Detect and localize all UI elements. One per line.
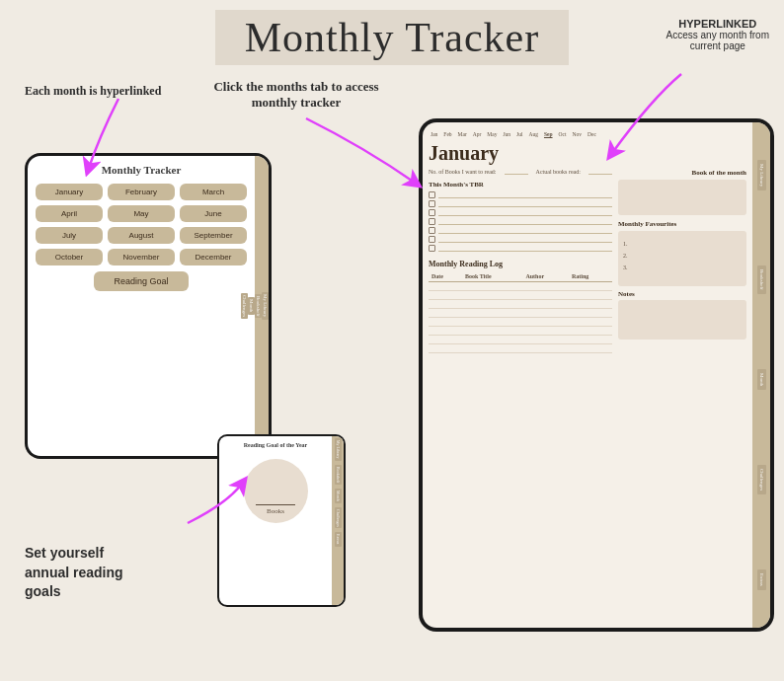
small-circle: Books: [244, 459, 308, 523]
right-sidebar-extras[interactable]: Extras: [757, 569, 766, 590]
right-sidebar-challenges[interactable]: Challenges: [757, 465, 766, 494]
book-of-month-label: Book of the month: [618, 169, 746, 177]
fav-item-3: 3.: [623, 265, 742, 270]
month-btn-october[interactable]: October: [36, 249, 103, 265]
month-btn-march[interactable]: March: [180, 184, 247, 200]
left-tablet: Monthly Tracker January February March A…: [25, 153, 272, 459]
annotation-click-months: Click the months tab to access monthly t…: [197, 79, 395, 111]
sidebar-tab-bookshelf[interactable]: Bookshelf: [255, 294, 262, 319]
tab-aug[interactable]: Aug: [526, 130, 539, 138]
tab-oct[interactable]: Oct: [557, 130, 569, 138]
notes-title: Notes: [618, 290, 746, 298]
right-sidebar-month[interactable]: Month: [757, 369, 766, 390]
tab-apr[interactable]: Apr: [471, 130, 484, 138]
month-btn-january[interactable]: January: [36, 184, 103, 200]
small-sidebar-challenges[interactable]: Challenges: [335, 507, 342, 529]
fav-item-2: 2.: [623, 253, 742, 259]
right-sidebar-bookshelf[interactable]: Bookshelf: [757, 265, 766, 294]
right-tablet-month-title: January: [429, 142, 746, 165]
tbr-checkbox[interactable]: [429, 200, 435, 207]
reading-log-section: Monthly Reading Log Date Book Title Auth…: [429, 260, 612, 353]
log-row: [429, 336, 612, 344]
tbr-row: [429, 191, 612, 198]
right-sidebar-mylibrary[interactable]: My Library: [757, 160, 766, 190]
small-tablet-title: Reading Goal of the Year: [244, 442, 307, 448]
annotation-reading-goals: Set yourself annual reading goals: [25, 544, 123, 602]
small-sidebar-mylibrary[interactable]: My Library: [335, 438, 342, 461]
small-circle-label: Books: [256, 507, 295, 515]
notes-box: [618, 300, 746, 340]
small-sidebar-extras[interactable]: Extras: [335, 532, 342, 546]
log-row: [429, 344, 612, 353]
tbr-row: [429, 245, 612, 252]
tbr-row: [429, 218, 612, 225]
tab-feb[interactable]: Feb: [441, 130, 453, 138]
tab-sep[interactable]: Sep: [542, 130, 555, 138]
log-row: [429, 318, 612, 327]
month-btn-august[interactable]: August: [108, 227, 175, 244]
tbr-checkbox[interactable]: [429, 209, 435, 216]
sidebar-tab-mylibrary[interactable]: My Library: [262, 292, 269, 319]
log-row: [429, 291, 612, 300]
tbr-checkbox[interactable]: [429, 236, 435, 243]
month-tabs-row: Jan Feb Mar Apr May Jun Jul Aug Sep Oct …: [429, 130, 746, 138]
tbr-title: This Month's TBR: [429, 181, 612, 189]
tbr-checkbox[interactable]: [429, 191, 435, 198]
tab-may[interactable]: May: [485, 130, 499, 138]
sidebar-tab-month[interactable]: Month: [248, 297, 255, 314]
tbr-checkbox[interactable]: [429, 227, 435, 234]
month-btn-november[interactable]: November: [108, 249, 175, 265]
tab-dec[interactable]: Dec: [586, 130, 598, 138]
log-header-author: Author: [522, 271, 569, 282]
left-tablet-sidebar: My Library Bookshelf Month Challenges: [255, 156, 269, 456]
small-sidebar-month[interactable]: Month: [335, 489, 342, 503]
left-tablet-title: Monthly Tracker: [36, 164, 247, 176]
log-header-date: Date: [429, 271, 462, 282]
log-header-title: Book Title: [462, 271, 523, 282]
tbr-row: [429, 227, 612, 234]
monthly-favs-title: Monthly Favourites: [618, 220, 746, 228]
tab-jul[interactable]: Jul: [514, 130, 524, 138]
tab-jan[interactable]: Jan: [429, 130, 439, 138]
month-grid: January February March April May June Ju…: [36, 184, 247, 265]
small-tablet: Reading Goal of the Year Books My Librar…: [217, 434, 346, 607]
log-row: [429, 282, 612, 291]
small-tablet-sidebar: My Library Bookshelf Month Challenges Ex…: [332, 436, 344, 605]
month-btn-september[interactable]: September: [180, 227, 247, 244]
monthly-favs-box: 1. 2. 3.: [618, 231, 746, 286]
log-row: [429, 309, 612, 318]
log-row: [429, 327, 612, 336]
month-btn-may[interactable]: May: [108, 205, 175, 222]
tab-jun[interactable]: Jun: [501, 130, 512, 138]
reading-goal-button[interactable]: Reading Goal: [94, 271, 188, 291]
sidebar-tab-challenges[interactable]: Challenges: [241, 293, 248, 319]
log-header-rating: Rating: [569, 271, 612, 282]
stat-want-to-read: No. of Books I want to read:: [429, 169, 497, 175]
month-btn-july[interactable]: July: [36, 227, 103, 244]
fav-item-1: 1.: [623, 241, 742, 247]
tbr-checkbox[interactable]: [429, 245, 435, 252]
small-sidebar-bookshelf[interactable]: Bookshelf: [335, 465, 342, 485]
tbr-row: [429, 209, 612, 216]
month-btn-june[interactable]: June: [180, 205, 247, 222]
right-tablet: Jan Feb Mar Apr May Jun Jul Aug Sep Oct …: [419, 118, 774, 632]
stat-actual-read: Actual books read:: [536, 169, 581, 175]
month-btn-april[interactable]: April: [36, 205, 103, 222]
month-btn-february[interactable]: February: [108, 184, 175, 200]
log-row: [429, 300, 612, 309]
page-title: Monthly Tracker: [215, 10, 570, 65]
annotation-top-right: HYPERLINKED Access any month from curren…: [666, 18, 769, 51]
reading-log-title: Monthly Reading Log: [429, 260, 612, 268]
right-tablet-sidebar: My Library Bookshelf Month Challenges Ex…: [752, 122, 770, 628]
tbr-list: [429, 191, 612, 252]
annotation-hyperlinked: Each month is hyperlinked: [25, 84, 161, 99]
tab-mar[interactable]: Mar: [456, 130, 469, 138]
reading-log-table: Date Book Title Author Rating: [429, 271, 612, 353]
tbr-row: [429, 236, 612, 243]
tbr-row: [429, 200, 612, 207]
tbr-checkbox[interactable]: [429, 218, 435, 225]
month-btn-december[interactable]: December: [180, 249, 247, 265]
tab-nov[interactable]: Nov: [570, 130, 583, 138]
